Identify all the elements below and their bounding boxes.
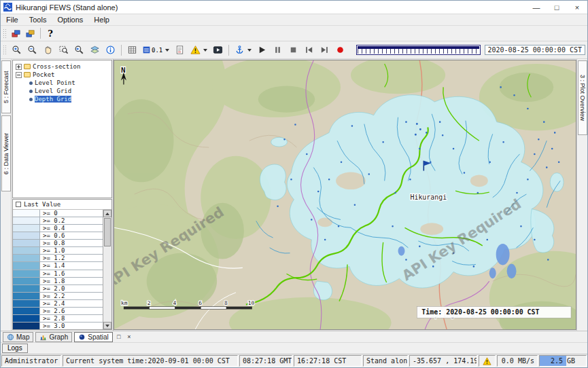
zoom-previous-button[interactable] [71,43,87,58]
legend-color-swatch [13,255,40,261]
grid-toggle-button[interactable] [124,43,140,58]
skip-to-end-button[interactable] [317,43,332,58]
bullet-icon [29,98,33,101]
skip-to-start-icon [304,45,314,55]
warnings-dropdown[interactable] [188,43,210,58]
profile-display-button[interactable] [210,43,226,58]
zoom-area-button[interactable] [56,43,71,58]
expand-icon[interactable] [16,64,22,70]
tab-data-viewer[interactable]: 6 : Data Viewer [1,115,11,191]
close-panel-icon[interactable]: × [125,333,133,340]
scroll-down-icon[interactable] [103,322,111,329]
help-button[interactable]: ? [44,26,57,40]
legend-panel: Last Value >= 0 >= 0.2 >= 0.4 >= 0.6 >= … [12,199,112,330]
tab-map[interactable]: Map [3,332,33,342]
zoom-out-button[interactable] [24,43,40,58]
logs-button[interactable]: Logs [2,344,28,353]
skip-to-end-icon [319,45,330,55]
svg-text:4: 4 [173,300,176,306]
time-slider-ticks [358,49,479,54]
data-store-button[interactable] [9,26,23,40]
tree-item-level-point[interactable]: Level Point [13,79,111,87]
status-warning[interactable] [479,355,496,367]
map-panel: API Key Required API Key Required Hikura… [114,60,576,330]
tree-item-cross-section[interactable]: Cross-section [13,62,111,71]
collapse-icon[interactable] [16,72,22,78]
left-tab-strip: 5 : Forecast 6 : Data Viewer [1,59,12,331]
info-button[interactable] [103,43,118,58]
zoom-in-button[interactable] [9,43,24,58]
tree-item-depth-grid[interactable]: Depth Grid [13,95,111,103]
svg-text:8: 8 [224,300,228,306]
legend-color-swatch [13,210,40,217]
folder-icon [24,72,31,77]
tree-item-level-grid[interactable]: Level Grid [13,87,111,95]
float-panel-icon[interactable]: □ [115,333,123,340]
app-icon [3,3,12,12]
pause-button[interactable] [270,43,286,58]
main-toolbar: ? [1,26,587,41]
legend-color-swatch [13,323,40,329]
play-icon [257,45,267,55]
time-slider[interactable] [356,45,480,55]
scroll-up-icon[interactable] [103,210,111,217]
layers-icon [90,45,100,55]
grid-icon [127,45,137,55]
tab-plot-overview[interactable]: 3 : Plot Overview [578,60,587,135]
contour-interval-dropdown[interactable]: 0.1 [140,43,172,58]
legend-row: >= 1.4 [13,262,103,270]
menu-help[interactable]: Help [88,15,115,24]
chevron-down-icon [203,49,207,52]
toolbar-grip[interactable] [3,29,6,39]
last-value-checkbox[interactable] [16,202,21,207]
legend-title: Last Value [24,201,60,208]
tab-forecast[interactable]: 5 : Forecast [1,60,11,113]
legend-row: >= 0.4 [13,225,103,232]
map-toolbar-grip[interactable] [3,45,6,55]
contour-interval-value: 0.1 [152,47,162,54]
play-button[interactable] [254,43,270,58]
legend-row: >= 0.8 [13,240,103,247]
layers-button[interactable] [87,43,103,58]
scrollbar-thumb[interactable] [104,218,111,246]
toolbar-separator [228,45,229,56]
status-gmt-time: 08:27:18 GMT [239,355,292,367]
tab-spatial[interactable]: Spatial [74,332,113,342]
tab-graph[interactable]: Graph [35,332,72,342]
stop-button[interactable] [286,43,301,58]
anchor-icon [235,45,245,55]
main-area: 5 : Forecast 6 : Data Viewer Cross-secti… [1,59,587,331]
pan-button[interactable] [40,43,56,58]
minimize-button[interactable]: — [526,1,547,14]
map-canvas[interactable]: API Key Required API Key Required Hikura… [114,60,576,329]
tree-item-pocket[interactable]: Pocket [13,71,111,79]
data-layers-button[interactable] [23,26,37,40]
legend-row: >= 2.2 [13,293,103,300]
skip-to-start-button[interactable] [301,43,317,58]
menu-file[interactable]: File [1,15,24,24]
status-coordinates: -35.657 , 174.199 [409,355,477,367]
close-button[interactable]: × [567,1,587,14]
legend-color-swatch [13,262,40,269]
sphere-icon [78,333,86,341]
record-button[interactable] [332,43,348,58]
legend-color-swatch [13,293,40,299]
menu-options[interactable]: Options [52,15,88,24]
warning-icon [483,357,491,365]
menu-tools[interactable]: Tools [24,15,52,24]
maximize-button[interactable]: □ [547,1,567,14]
legend-color-swatch [13,247,40,254]
legend-row: >= 2.8 [13,315,103,323]
scrollbar-track[interactable] [103,247,111,322]
toolbar-separator [40,28,41,39]
zoom-previous-icon [74,45,84,55]
svg-text:km: km [121,300,128,306]
legend-scrollbar[interactable] [103,210,111,329]
anchor-tool-dropdown[interactable] [232,43,254,58]
svg-text:Time: 2020-08-25 00:00:00 CST: Time: 2020-08-25 00:00:00 CST [421,308,539,316]
svg-text:6: 6 [198,300,202,306]
status-bar: Administrator Current system time:2020-0… [1,354,587,367]
stacked-boxes-red-icon [11,29,21,39]
report-button[interactable] [172,43,188,58]
svg-text:2: 2 [148,300,151,306]
